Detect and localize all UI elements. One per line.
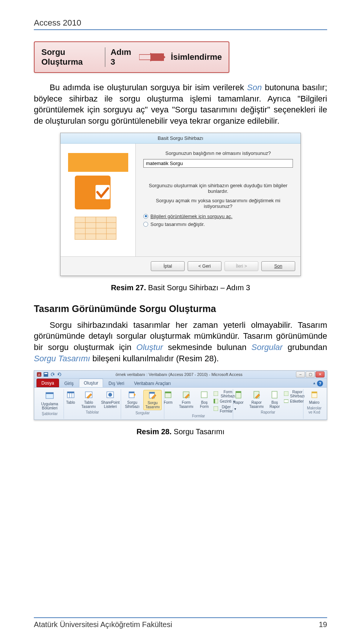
ribbon-item-label: Diğer Formlar xyxy=(220,405,232,413)
svg-rect-16 xyxy=(44,372,48,377)
wizard-finish-button[interactable]: Son xyxy=(261,261,295,271)
figure-27-caption: Resim 27. Basit Sorgu Sihirbazı – Adım 3 xyxy=(34,283,327,292)
help-icon[interactable]: ? xyxy=(317,380,323,386)
sharepoint-icon xyxy=(106,391,114,400)
ribbon-tab-file[interactable]: Dosya xyxy=(36,379,59,387)
svg-rect-4 xyxy=(68,153,128,172)
ribbon-item-label: Rapor Tasarımı xyxy=(249,400,264,409)
ribbon-item-query-design[interactable]: Sorgu Tasarımı xyxy=(143,390,162,410)
radio-unchecked-icon xyxy=(143,222,148,227)
report-wizard-icon xyxy=(284,391,288,397)
ribbon-group-label: Formlar xyxy=(192,414,205,418)
application-parts-icon xyxy=(45,391,55,401)
ribbon-item-report-design[interactable]: Rapor Tasarımı xyxy=(248,390,265,409)
ribbon-group-label: Raporlar xyxy=(261,410,275,414)
ribbon-item-labels[interactable]: Etiketler xyxy=(284,399,303,404)
ribbon-tab-external[interactable]: Dış Veri xyxy=(104,379,129,387)
report-design-icon xyxy=(252,391,261,400)
p1-part-a: Bu adımda ise oluşturulan sorguya bir is… xyxy=(50,83,247,92)
ribbon-item-label: Boş Form xyxy=(199,400,210,409)
window-minimize-button[interactable]: – xyxy=(296,371,305,377)
ribbon-tab-home[interactable]: Giriş xyxy=(60,379,78,387)
ribbon-item-label: Makro xyxy=(309,400,320,405)
more-forms-icon xyxy=(214,406,218,412)
svg-marker-19 xyxy=(58,373,59,376)
ribbon-group-reports: Rapor Rapor Tasarımı Boş Rapor Rapor Sih… xyxy=(233,389,303,419)
wizard-radio-open[interactable]: Bilgileri görüntülemek için sorguyu aç. xyxy=(143,214,293,219)
ribbon-item-report[interactable]: Rapor xyxy=(231,390,246,405)
ribbon-item-form[interactable]: Form xyxy=(161,390,175,405)
svg-rect-34 xyxy=(165,392,171,393)
figure-28-caption-bold: Resim 28. xyxy=(137,427,171,436)
ribbon-item-label: Sorgu Tasarımı xyxy=(145,401,160,409)
svg-rect-36 xyxy=(201,392,207,398)
figure-28-caption: Resim 28. Sorgu Tasarımı xyxy=(34,427,327,436)
ribbon-minimize-icon[interactable]: ▴ xyxy=(313,380,315,386)
ribbon-item-sharepoint[interactable]: SharePoint Listeleri xyxy=(99,390,121,409)
wizard-cancel-button[interactable]: İptal xyxy=(151,261,185,271)
ribbon-item-label: Form Tasarımı xyxy=(179,400,193,409)
form-icon xyxy=(164,391,172,400)
svg-rect-21 xyxy=(46,392,53,394)
wizard-name-input[interactable] xyxy=(143,159,293,168)
table-design-icon xyxy=(85,391,93,400)
blank-form-icon xyxy=(200,391,208,400)
svg-rect-40 xyxy=(214,406,218,411)
ribbon-item-label: Rapor Sihirbazı xyxy=(290,390,305,398)
p1-italic-son: Son xyxy=(247,83,262,92)
ribbon-tabs: Dosya Giriş Oluştur Dış Veri Veritabanı … xyxy=(34,379,327,388)
ribbon-item-query-wizard[interactable]: Sorgu Sihirbazı xyxy=(123,390,141,409)
ribbon-group-label: Makrolar ve Kod xyxy=(306,406,323,414)
report-icon xyxy=(234,391,243,400)
ribbon-titlebar: A örnek veritabanı : Veritabanı (Access … xyxy=(34,371,327,379)
ribbon-group-queries: Sorgu Sihirbazı Sorgu Tasarımı Sorgular xyxy=(121,389,164,419)
ribbon-tab-dbtools[interactable]: Veritabanı Araçları xyxy=(129,379,175,387)
svg-text:A: A xyxy=(38,373,40,377)
wizard-radio-modify-label: Sorgu tasarımını değiştir. xyxy=(150,221,205,227)
ribbon-item-blank-report[interactable]: Boş Rapor xyxy=(267,390,282,409)
ribbon-tab-create[interactable]: Oluştur xyxy=(79,379,103,387)
footer-page-number: 19 xyxy=(319,620,327,629)
ribbon-item-application-parts[interactable]: Uygulama Bölümleri xyxy=(38,390,61,411)
ribbon-group-tables: Tablo Tablo Tasarımı SharePoint Listeler… xyxy=(64,389,121,419)
callout-target: İsimlendirme xyxy=(171,52,222,62)
wizard-title: Basit Sorgu Sihirbazı xyxy=(61,133,300,144)
wizard-desc-1: Sorgunuzu oluşturmak için sihirbazın ger… xyxy=(143,183,293,194)
svg-marker-18 xyxy=(53,373,54,376)
svg-rect-23 xyxy=(67,392,74,393)
figure-27: Basit Sorgu Sihirbazı xyxy=(34,133,327,276)
wizard-dialog: Basit Sorgu Sihirbazı xyxy=(60,133,301,276)
redo-icon[interactable] xyxy=(57,372,62,377)
wizard-question-1: Sorgunuzun başlığının ne olmasını istiyo… xyxy=(143,150,293,156)
save-icon[interactable] xyxy=(43,372,49,377)
macro-icon xyxy=(310,391,319,400)
p2-d: bileşeni kullanılmalıdır (Resim 28). xyxy=(90,354,219,363)
ribbon-item-label: Uygulama Bölümleri xyxy=(39,402,60,410)
svg-rect-44 xyxy=(272,391,277,398)
undo-icon[interactable] xyxy=(50,372,55,377)
ribbon-item-macro[interactable]: Makro xyxy=(307,390,322,405)
wizard-radio-open-label: Bilgileri görüntülemek için sorguyu aç. xyxy=(150,214,232,219)
blank-report-icon xyxy=(270,391,279,400)
window-close-button[interactable]: ✕ xyxy=(315,371,325,377)
ribbon-item-table[interactable]: Tablo xyxy=(64,390,78,405)
ribbon-item-label: Form xyxy=(164,400,172,405)
ribbon-item-form-design[interactable]: Form Tasarımı xyxy=(177,390,195,409)
callout-box: Sorgu Oluşturma Adım 3 İsimlendirme xyxy=(34,41,229,73)
table-icon xyxy=(67,391,75,400)
footer-left: Atatürk Üniversitesi Açıköğretim Fakülte… xyxy=(34,620,172,629)
wizard-radio-modify[interactable]: Sorgu tasarımını değiştir. xyxy=(143,221,293,227)
svg-point-28 xyxy=(108,393,112,397)
access-app-icon: A xyxy=(36,372,42,377)
wizard-back-button[interactable]: < Geri xyxy=(188,261,221,271)
doc-header: Access 2010 xyxy=(34,18,327,28)
ribbon-item-label: Etiketler xyxy=(290,399,303,403)
form-wizard-icon xyxy=(214,391,218,397)
window-maximize-button[interactable]: ▢ xyxy=(306,371,315,377)
radio-checked-icon xyxy=(143,214,148,219)
access-ribbon: A örnek veritabanı : Veritabanı (Access … xyxy=(34,370,327,420)
ribbon-item-label: Gezinti xyxy=(220,399,231,403)
ribbon-item-report-wizard[interactable]: Rapor Sihirbazı xyxy=(284,390,305,398)
ribbon-item-table-design[interactable]: Tablo Tasarımı xyxy=(80,390,97,409)
ribbon-item-blank-form[interactable]: Boş Form xyxy=(197,390,211,409)
